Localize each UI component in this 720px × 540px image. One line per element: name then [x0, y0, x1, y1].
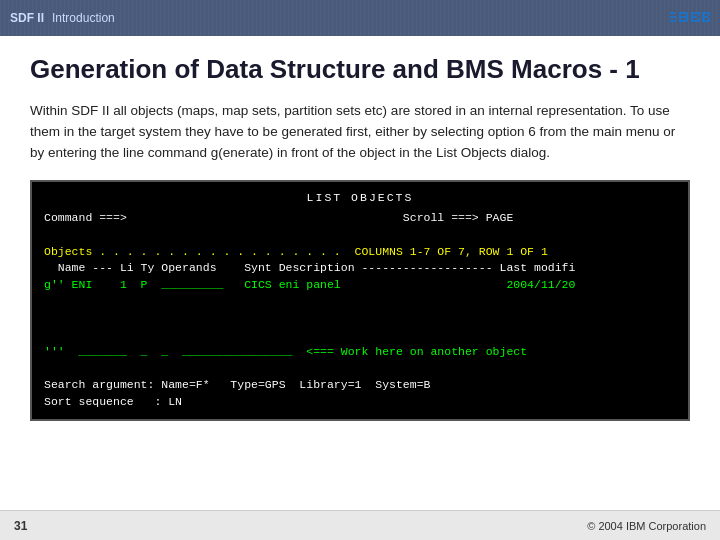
- svg-rect-17: [702, 12, 704, 22]
- ibm-logo: [670, 10, 710, 26]
- terminal-line: ''' _______ _ _ ________________ <=== Wo…: [44, 344, 676, 361]
- terminal-line: [44, 227, 676, 244]
- sdf-label: SDF II: [10, 11, 44, 25]
- intro-label: Introduction: [52, 11, 115, 25]
- terminal-line: Sort sequence : LN: [44, 394, 676, 411]
- header-bar: SDF II Introduction: [0, 0, 720, 36]
- terminal-line: g'' ENI 1 P _________ CICS eni panel 200…: [44, 277, 676, 294]
- svg-rect-7: [686, 12, 688, 22]
- description-text: Within SDF II all objects (maps, map set…: [30, 101, 690, 164]
- svg-rect-0: [670, 12, 676, 14]
- footer-copyright: © 2004 IBM Corporation: [587, 520, 706, 532]
- svg-rect-11: [691, 12, 693, 22]
- terminal-line: [44, 294, 676, 311]
- footer-bar: 31 © 2004 IBM Corporation: [0, 510, 720, 540]
- svg-rect-19: [708, 18, 710, 22]
- page-title: Generation of Data Structure and BMS Mac…: [30, 54, 690, 85]
- svg-rect-6: [679, 12, 681, 22]
- terminal-line: Name --- Li Ty Operands Synt Description…: [44, 260, 676, 277]
- footer-page-number: 31: [14, 519, 27, 533]
- svg-rect-2: [670, 20, 676, 22]
- terminal-line: Search argument: Name=F* Type=GPS Librar…: [44, 377, 676, 394]
- svg-rect-13: [698, 18, 700, 22]
- terminal-line: Command ===> Scroll ===> PAGE: [44, 210, 676, 227]
- terminal-line: [44, 327, 676, 344]
- terminal-title: LIST OBJECTS: [44, 190, 676, 207]
- terminal-line: [44, 360, 676, 377]
- header-left: SDF II Introduction: [10, 11, 115, 25]
- terminal-line: Objects . . . . . . . . . . . . . . . . …: [44, 244, 676, 261]
- svg-rect-1: [670, 16, 676, 18]
- svg-rect-12: [698, 12, 700, 16]
- main-content: Generation of Data Structure and BMS Mac…: [0, 36, 720, 449]
- terminal-line: [44, 310, 676, 327]
- svg-rect-18: [708, 12, 710, 16]
- terminal-screen: LIST OBJECTS Command ===> Scroll ===> PA…: [30, 180, 690, 421]
